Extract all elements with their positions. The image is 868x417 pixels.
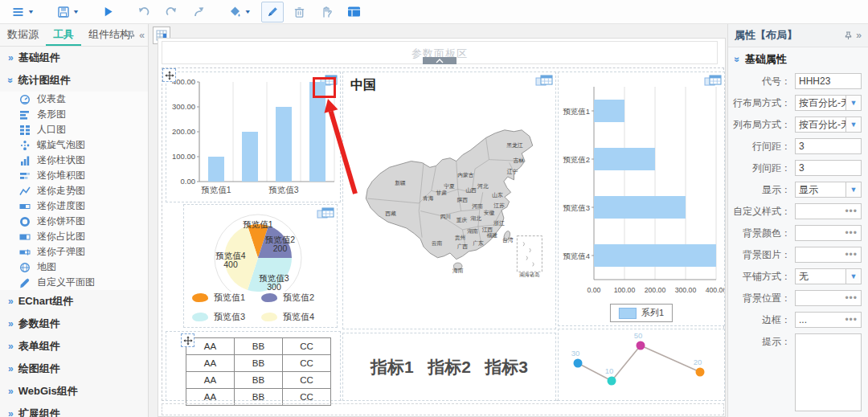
- panel-collapse-icon[interactable]: »: [856, 30, 862, 41]
- parameter-panel[interactable]: 参数面板区: [162, 41, 718, 64]
- svg-text:30: 30: [571, 349, 580, 358]
- tree-item-迷你柱状图[interactable]: 迷你柱状图: [0, 153, 148, 168]
- 列布局方式-select[interactable]: 按百分比-无缩放▼: [795, 117, 862, 133]
- tree-item-仪表盘[interactable]: 仪表盘: [0, 92, 148, 107]
- svg-text:20: 20: [694, 358, 702, 366]
- svg-text:陕西: 陕西: [457, 197, 469, 202]
- run-button[interactable]: [97, 2, 119, 22]
- 代号-input[interactable]: HHH23: [795, 73, 862, 89]
- field-row-自定义样式: 自定义样式：•••: [728, 203, 862, 219]
- section-WebGis组件[interactable]: »WebGis组件: [0, 380, 148, 403]
- edit-button[interactable]: [261, 2, 284, 22]
- tree-item-迷你饼环图[interactable]: 迷你饼环图: [0, 214, 148, 229]
- sidebar-collapse-icon[interactable]: «: [139, 30, 145, 41]
- properties-form: 代号：HHH23行布局方式：按百分比-无缩放▼列布局方式：按百分比-无缩放▼行间…: [728, 72, 868, 417]
- section-绘图组件[interactable]: »绘图组件: [0, 358, 148, 380]
- ellipsis-button[interactable]: •••: [845, 227, 861, 239]
- tree-item-自定义平面图[interactable]: 自定义平面图: [0, 275, 148, 290]
- tree-item-条形图[interactable]: 条形图: [0, 107, 148, 122]
- ellipsis-button[interactable]: •••: [845, 206, 861, 217]
- section-basic-properties[interactable]: » 基础属性: [728, 47, 868, 72]
- undo-button[interactable]: [132, 2, 155, 22]
- svg-text:新疆: 新疆: [395, 180, 406, 186]
- dropdown-caret-icon[interactable]: ▼: [27, 9, 35, 15]
- 提示-textarea[interactable]: [795, 333, 862, 411]
- dropdown-caret-icon[interactable]: ▼: [845, 269, 861, 284]
- dropdown-caret-icon[interactable]: ▼: [72, 9, 80, 15]
- container-move-handle[interactable]: [162, 68, 176, 82]
- section-统计图组件[interactable]: »统计图组件: [0, 69, 148, 92]
- section-EChart组件[interactable]: »EChart组件: [0, 290, 148, 313]
- section-扩展组件[interactable]: »扩展组件: [0, 403, 148, 417]
- dropdown-caret-icon[interactable]: ▼: [845, 182, 861, 197]
- tree-item-迷你堆积图[interactable]: 迷你堆积图: [0, 168, 148, 183]
- 边框-input[interactable]: ...•••: [795, 312, 862, 328]
- parameter-panel-collapse-handle[interactable]: [423, 57, 457, 64]
- section-表单组件[interactable]: »表单组件: [0, 335, 148, 358]
- svg-text:山东: 山东: [492, 192, 503, 198]
- field-label: 提示：: [728, 335, 795, 349]
- 背景颜色-input[interactable]: •••: [795, 225, 862, 241]
- tree-item-迷你走势图[interactable]: 迷你走势图: [0, 183, 148, 198]
- upload-button[interactable]: [188, 2, 211, 22]
- field-row-行布局方式: 行布局方式：按百分比-无缩放▼: [728, 95, 862, 111]
- ellipsis-button[interactable]: •••: [845, 292, 861, 304]
- svg-text:广东: 广东: [473, 240, 484, 246]
- panel-button[interactable]: [342, 2, 366, 22]
- ellipsis-button[interactable]: •••: [845, 314, 861, 325]
- tree-item-人口图[interactable]: 人口图: [0, 122, 148, 137]
- 列间距-input[interactable]: 3: [795, 160, 862, 176]
- tree-item-迷你进度图[interactable]: 迷你进度图: [0, 198, 148, 214]
- chevron-right-icon: »: [8, 408, 14, 417]
- field-row-背景位置: 背景位置：•••: [728, 290, 862, 306]
- fill-button[interactable]: ▼: [223, 2, 256, 22]
- widget-table[interactable]: AABBCCAABBCCAABBCCAABBCC: [166, 331, 341, 401]
- tree-item-迷你占比图[interactable]: 迷你占比图: [0, 229, 148, 244]
- widget-china-map[interactable]: 中国新疆西藏青海甘肃内蒙古黑龙江吉林辽宁河北山西宁夏陕西山东河南江苏安徽湖北浙江…: [342, 72, 556, 329]
- delete-button[interactable]: [289, 2, 310, 22]
- widget-line-chart[interactable]: 30105020: [558, 329, 725, 401]
- redo-button[interactable]: [160, 2, 183, 22]
- svg-text:300: 300: [267, 282, 281, 292]
- svg-text:300.00: 300.00: [172, 102, 195, 111]
- menu-button[interactable]: ▼: [6, 2, 39, 22]
- table-move-handle[interactable]: [181, 333, 194, 347]
- tree-item-迷你子弹图[interactable]: 迷你子弹图: [0, 244, 148, 260]
- ellipsis-button[interactable]: •••: [845, 249, 861, 260]
- pan-button[interactable]: [315, 2, 338, 22]
- widget-hbar-chart[interactable]: 0.00100.00200.00300.00400.00预览值1预览值2预览值3…: [558, 72, 725, 326]
- svg-text:河南: 河南: [472, 203, 483, 210]
- tree-item-螺旋气泡图[interactable]: 螺旋气泡图: [0, 137, 148, 153]
- field-row-背景颜色: 背景颜色：•••: [728, 225, 862, 241]
- pin-icon[interactable]: [127, 31, 136, 39]
- save-button[interactable]: ▼: [52, 2, 84, 22]
- caret-up-icon: [436, 59, 444, 63]
- undo-icon: [137, 6, 150, 18]
- widget-pie-chart[interactable]: 预览值1预览值2200预览值3300预览值4400预览值1预览值2预览值3预览值…: [183, 204, 338, 328]
- tree-item-地图[interactable]: 地图: [0, 260, 148, 275]
- sidebar-tab-2[interactable]: 工具: [46, 24, 81, 46]
- table-cell: BB: [235, 355, 283, 372]
- 背景位置-input[interactable]: •••: [795, 290, 862, 306]
- 平铺方式-select[interactable]: 无▼: [795, 268, 862, 284]
- section-参数组件[interactable]: »参数组件: [0, 313, 148, 335]
- dropdown-caret-icon[interactable]: ▼: [845, 96, 861, 110]
- design-canvas[interactable]: 参数面板区 0.00100.00200.00300.00400.00预览值1预览…: [158, 38, 726, 417]
- pin-icon[interactable]: [844, 31, 853, 40]
- 显示-select[interactable]: 显示▼: [795, 182, 862, 198]
- 自定义样式-input[interactable]: •••: [795, 203, 862, 219]
- 背景图片-input[interactable]: •••: [795, 247, 862, 263]
- section-基础组件[interactable]: »基础组件: [0, 47, 148, 69]
- svg-text:西藏: 西藏: [385, 211, 397, 216]
- layout-container[interactable]: 0.00100.00200.00300.00400.00预览值1预览值3 预览值…: [162, 67, 724, 401]
- empty-layout-row[interactable]: [162, 403, 724, 415]
- svg-text:400.00: 400.00: [706, 286, 724, 294]
- 行布局方式-select[interactable]: 按百分比-无缩放▼: [795, 95, 862, 111]
- sidebar-tab-1[interactable]: 数据源: [0, 24, 46, 46]
- 行间距-input[interactable]: 3: [795, 138, 862, 154]
- widget-metrics-text[interactable]: 指标1指标2指标3: [342, 333, 556, 401]
- dropdown-caret-icon[interactable]: ▼: [244, 9, 252, 15]
- report-designer-app: ▼▼▼ 数据源工具组件结构 « »基础组件»统计图组件仪表盘条形图人口图螺旋气泡…: [0, 0, 868, 417]
- dropdown-caret-icon[interactable]: ▼: [845, 117, 861, 132]
- widget-settings-icon[interactable]: [535, 75, 553, 87]
